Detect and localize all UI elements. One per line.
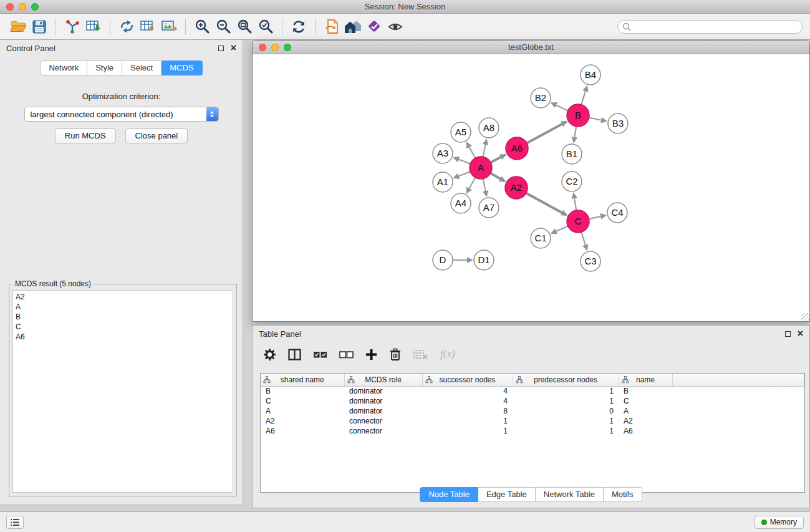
- graph-node-A1[interactable]: A1: [433, 172, 453, 192]
- column-header-name[interactable]: name: [619, 374, 672, 386]
- close-panel-button[interactable]: Close panel: [125, 128, 188, 143]
- import-table-icon[interactable]: [83, 17, 104, 37]
- show-columns-icon[interactable]: [288, 349, 301, 360]
- apply-style-icon[interactable]: [364, 17, 385, 37]
- column-header-shared-name[interactable]: shared name: [261, 374, 344, 386]
- close-window-button[interactable]: [6, 3, 14, 11]
- save-session-icon[interactable]: [29, 17, 50, 37]
- minimize-window-button[interactable]: [19, 3, 26, 11]
- search-input[interactable]: [631, 22, 798, 31]
- search-box[interactable]: [617, 20, 803, 34]
- optimization-dropdown[interactable]: largest connected component (directed): [24, 107, 219, 122]
- task-history-button[interactable]: [6, 516, 24, 529]
- tab-network-table[interactable]: Network Table: [536, 487, 604, 502]
- deselect-all-icon[interactable]: [339, 350, 354, 359]
- graph-node-A4[interactable]: A4: [451, 193, 471, 213]
- table-row[interactable]: Adominator80A: [261, 406, 804, 416]
- tab-select[interactable]: Select: [122, 60, 162, 75]
- memory-button[interactable]: Memory: [755, 516, 804, 529]
- graph-node-C[interactable]: C: [567, 210, 589, 233]
- graph-edge-B-B3[interactable]: [589, 118, 607, 122]
- result-item: B: [16, 312, 230, 322]
- home-icon[interactable]: [342, 17, 364, 37]
- graph-edge-A-A4[interactable]: [466, 178, 475, 193]
- tab-style[interactable]: Style: [87, 60, 122, 75]
- graph-edge-C-C3[interactable]: [581, 232, 587, 250]
- delete-column-icon[interactable]: [389, 348, 402, 361]
- zoom-selected-icon[interactable]: [255, 17, 276, 37]
- tab-mcds[interactable]: MCDS: [162, 60, 202, 75]
- column-header-successor-nodes[interactable]: successor nodes: [422, 374, 513, 386]
- open-document-icon[interactable]: [321, 17, 342, 37]
- graph-node-B2[interactable]: B2: [531, 88, 551, 108]
- graph-edge-A2-C[interactable]: [526, 193, 567, 215]
- table-row[interactable]: A2connector11A2: [261, 416, 804, 426]
- zoom-out-icon[interactable]: [213, 17, 234, 37]
- graph-node-B[interactable]: B: [567, 104, 589, 127]
- create-column-icon[interactable]: [365, 349, 377, 360]
- graph-node-A7[interactable]: A7: [479, 198, 499, 218]
- graph-edge-B-B2[interactable]: [551, 103, 567, 110]
- float-table-panel-icon[interactable]: [785, 331, 791, 337]
- graph-node-A6[interactable]: A6: [506, 137, 528, 160]
- new-network-table-icon[interactable]: [137, 17, 158, 37]
- network-canvas[interactable]: B4B2BB3B1A5A8A6A3AA1A2C2A4A7C4CC1C3DD1: [253, 54, 809, 321]
- graph-edge-A-A2[interactable]: [491, 173, 505, 181]
- float-panel-icon[interactable]: [218, 46, 224, 51]
- tab-network[interactable]: Network: [40, 60, 87, 75]
- table-row[interactable]: Bdominator41B: [261, 386, 804, 396]
- import-network-icon[interactable]: [62, 17, 83, 37]
- graph-node-B3[interactable]: B3: [608, 114, 628, 133]
- graph-node-A[interactable]: A: [470, 157, 492, 179]
- graph-node-B1[interactable]: B1: [562, 144, 582, 164]
- zoom-window-button[interactable]: [31, 3, 39, 11]
- graph-node-A3[interactable]: A3: [433, 143, 453, 163]
- close-panel-icon[interactable]: ×: [231, 45, 236, 51]
- run-mcds-button[interactable]: Run MCDS: [55, 128, 116, 143]
- graph-node-C4[interactable]: C4: [607, 203, 627, 223]
- graph-node-D1[interactable]: D1: [474, 250, 494, 270]
- node-table[interactable]: shared nameMCDS rolesuccessor nodesprede…: [260, 373, 805, 493]
- refresh-view-icon[interactable]: [288, 17, 309, 37]
- graph-edge-A6-B[interactable]: [527, 122, 567, 143]
- minimize-network-window-button[interactable]: [271, 44, 279, 51]
- open-session-icon[interactable]: [7, 17, 29, 37]
- tab-motifs[interactable]: Motifs: [604, 487, 642, 502]
- graph-edge-A-A6[interactable]: [491, 155, 506, 163]
- close-network-window-button[interactable]: [259, 44, 266, 51]
- refresh-network-icon[interactable]: [116, 17, 137, 37]
- resize-grip[interactable]: [801, 313, 809, 321]
- zoom-network-window-button[interactable]: [284, 44, 291, 51]
- graph-edge-A-A8[interactable]: [483, 140, 487, 157]
- graph-edge-B-B4[interactable]: [581, 86, 587, 105]
- zoom-fit-icon[interactable]: [234, 17, 255, 37]
- show-hide-icon[interactable]: [385, 17, 406, 37]
- tab-node-table[interactable]: Node Table: [420, 487, 478, 502]
- zoom-in-icon[interactable]: [191, 17, 213, 37]
- select-all-icon[interactable]: [313, 350, 327, 359]
- graph-node-C3[interactable]: C3: [581, 251, 600, 271]
- table-settings-icon[interactable]: [263, 348, 276, 361]
- graph-edge-A-A1[interactable]: [454, 172, 470, 178]
- graph-edge-B-B1[interactable]: [574, 127, 576, 142]
- export-image-icon[interactable]: [158, 17, 180, 37]
- tab-edge-table[interactable]: Edge Table: [478, 487, 536, 502]
- graph-node-D[interactable]: D: [433, 250, 453, 270]
- graph-edge-A-A7[interactable]: [483, 179, 487, 196]
- graph-node-A8[interactable]: A8: [479, 118, 499, 138]
- graph-node-C2[interactable]: C2: [562, 172, 582, 191]
- close-table-panel-icon[interactable]: ×: [798, 331, 803, 337]
- graph-node-C1[interactable]: C1: [531, 228, 551, 248]
- graph-node-A2[interactable]: A2: [505, 177, 528, 199]
- column-header-MCDS-role[interactable]: MCDS role: [344, 374, 422, 386]
- table-row[interactable]: A6connector11A6: [261, 426, 804, 436]
- graph-node-B4[interactable]: B4: [581, 65, 600, 85]
- graph-edge-A-A3[interactable]: [454, 158, 470, 164]
- graph-edge-C-C2[interactable]: [574, 193, 576, 210]
- graph-edge-C-C1[interactable]: [551, 226, 567, 233]
- table-row[interactable]: Cdominator41C: [261, 396, 804, 406]
- column-header-predecessor-nodes[interactable]: predecessor nodes: [513, 374, 619, 386]
- graph-edge-C-C4[interactable]: [589, 215, 606, 219]
- graph-node-A5[interactable]: A5: [451, 122, 471, 142]
- graph-edge-A-A5[interactable]: [466, 143, 475, 158]
